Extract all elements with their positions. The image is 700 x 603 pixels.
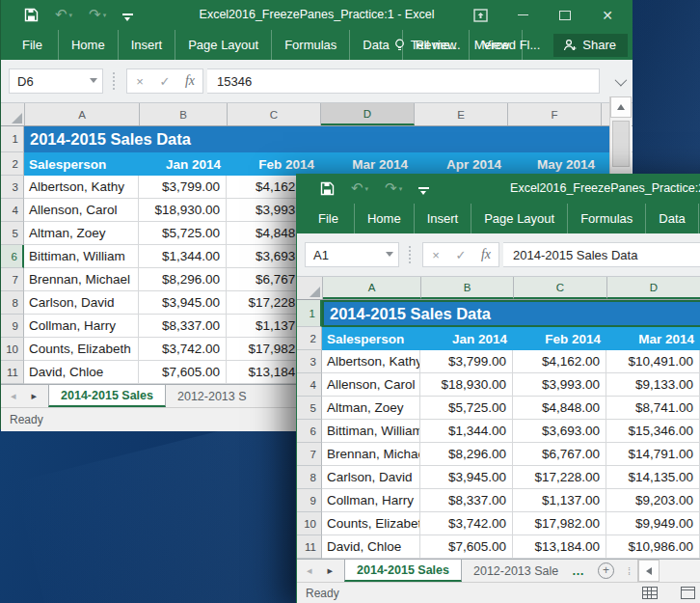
amount-cell[interactable]: $7,605.00 (139, 361, 227, 384)
ribbon-tab-formulas[interactable]: Formulas (568, 204, 646, 233)
amount-cell[interactable]: $4,162.00 (513, 350, 606, 373)
tab-scrollbar-splitter-icon[interactable]: ⁞ (622, 560, 637, 582)
ribbon-tab-insert[interactable]: Insert (119, 30, 176, 60)
amount-cell[interactable]: $3,945.00 (139, 291, 227, 315)
amount-cell[interactable]: $6,767.00 (513, 443, 606, 466)
row-header-10[interactable]: 10 (1, 338, 24, 361)
prev-sheet-icon[interactable]: ◂ (307, 564, 312, 577)
name-box[interactable]: A1 (305, 242, 399, 267)
cancel-icon[interactable]: × (127, 74, 152, 89)
row-header-3[interactable]: 3 (297, 350, 322, 373)
column-header-E[interactable]: E (415, 103, 508, 125)
row-header-7[interactable]: 7 (297, 443, 322, 466)
amount-cell[interactable]: $8,741.00 (606, 397, 700, 420)
month-header-cell[interactable]: Jan 2014 (139, 152, 227, 176)
amount-cell[interactable]: $1,344.00 (139, 245, 227, 268)
next-sheet-icon[interactable]: ▸ (328, 564, 334, 577)
column-header-B[interactable]: B (421, 277, 514, 299)
amount-cell[interactable]: $5,725.00 (420, 397, 513, 420)
amount-cell[interactable]: $8,296.00 (420, 443, 513, 466)
minimize-button[interactable] (501, 0, 544, 30)
row-header-6[interactable]: 6 (1, 245, 24, 268)
tell-me-box[interactable]: Tell me... (394, 38, 461, 52)
ribbon-tab-file[interactable]: File (7, 30, 59, 60)
month-header-cell[interactable]: Feb 2014 (513, 327, 606, 350)
amount-cell[interactable]: $1,137.00 (513, 489, 606, 512)
sheet-tab-2014-2015[interactable]: 2014-2015 Sales (48, 385, 166, 407)
amount-cell[interactable]: $5,725.00 (139, 222, 227, 245)
salesperson-cell[interactable]: Collman, Harry (24, 315, 139, 338)
row-header-10[interactable]: 10 (297, 512, 322, 535)
select-all-corner[interactable] (297, 277, 323, 299)
row-header-2[interactable]: 2 (1, 152, 24, 176)
prev-sheet-icon[interactable]: ◂ (11, 390, 16, 402)
amount-cell[interactable]: $14,135.00 (606, 466, 700, 489)
amount-cell[interactable]: $18,930.00 (139, 199, 227, 222)
salesperson-cell[interactable]: David, Chloe (322, 535, 420, 559)
enter-icon[interactable]: ✓ (448, 248, 473, 262)
month-header-cell[interactable]: Mar 2014 (320, 152, 414, 176)
sheet-title-cell[interactable]: 2014-2015 Sales Data (322, 300, 700, 327)
row-header-7[interactable]: 7 (1, 268, 24, 291)
ribbon-tab-page-layout[interactable]: Page Layout (175, 30, 272, 60)
column-header-A[interactable]: A (323, 277, 421, 299)
amount-cell[interactable]: $3,742.00 (139, 338, 227, 361)
row-header-4[interactable]: 4 (1, 199, 24, 222)
next-sheet-icon[interactable]: ▸ (32, 390, 38, 402)
insert-function-icon[interactable]: fx (473, 247, 498, 262)
salesperson-cell[interactable]: Albertson, Kathy (24, 176, 139, 199)
sheet-tab-2014-2015[interactable]: 2014-2015 Sales (344, 560, 462, 582)
amount-cell[interactable]: $3,799.00 (139, 176, 227, 199)
salesperson-cell[interactable]: Carlson, David (24, 291, 139, 315)
formula-input[interactable]: 15346 (207, 69, 600, 94)
amount-cell[interactable]: $8,337.00 (420, 489, 513, 512)
scroll-up-icon[interactable] (610, 96, 632, 118)
namebox-dropdown-icon[interactable] (90, 78, 97, 83)
namebox-dropdown-icon[interactable] (386, 252, 393, 257)
amount-cell[interactable]: $8,296.00 (139, 268, 227, 291)
name-box[interactable]: D6 (9, 69, 103, 94)
month-header-cell[interactable]: Apr 2014 (414, 152, 507, 176)
salesperson-cell[interactable]: David, Chloe (24, 361, 139, 384)
column-header-C[interactable]: C (514, 277, 607, 299)
row-header-8[interactable]: 8 (1, 291, 24, 315)
amount-cell[interactable]: $4,848.00 (513, 397, 606, 420)
amount-cell[interactable]: $3,693.00 (513, 420, 606, 443)
amount-cell[interactable]: $9,133.00 (606, 373, 700, 397)
month-header-cell[interactable]: Feb 2014 (227, 152, 320, 176)
row-header-8[interactable]: 8 (297, 466, 322, 489)
row-header-9[interactable]: 9 (1, 315, 24, 338)
month-header-cell[interactable]: Mar 2014 (606, 327, 700, 350)
salesperson-cell[interactable]: Bittiman, William (24, 245, 139, 268)
month-header-cell[interactable]: May 2014 (507, 152, 601, 176)
amount-cell[interactable]: $3,993.00 (513, 373, 606, 397)
row-header-4[interactable]: 4 (297, 373, 322, 397)
month-header-cell[interactable]: Jan 2014 (420, 327, 513, 350)
titlebar[interactable]: ↶▾ ↷▾ Excel2016_FreezePanes_Practice:2 -… (297, 174, 700, 204)
salesperson-cell[interactable]: Allenson, Carol (24, 199, 139, 222)
sheet-title-cell[interactable]: 2014-2015 Sales Data (24, 126, 610, 152)
row-header-5[interactable]: 5 (1, 222, 24, 245)
column-header-D[interactable]: D (607, 277, 700, 299)
scroll-left-icon[interactable] (638, 560, 660, 582)
amount-cell[interactable]: $3,945.00 (420, 466, 513, 489)
ribbon-tab-file[interactable]: File (303, 204, 355, 233)
column-header-D[interactable]: D (321, 103, 415, 125)
ribbon-display-options-icon[interactable] (459, 0, 501, 30)
row-header-2[interactable]: 2 (297, 327, 322, 350)
amount-cell[interactable]: $10,986.00 (606, 535, 700, 559)
salesperson-cell[interactable]: Allenson, Carol (322, 373, 420, 397)
amount-cell[interactable]: $17,982.00 (513, 512, 606, 535)
insert-function-icon[interactable]: fx (177, 73, 202, 89)
salesperson-cell[interactable]: Bittiman, William (322, 420, 420, 443)
new-sheet-button[interactable]: + (598, 560, 614, 582)
amount-cell[interactable]: $1,344.00 (420, 420, 513, 443)
formula-input[interactable]: 2014-2015 Sales Data (503, 242, 700, 267)
ribbon-tab-data[interactable]: Data (646, 204, 698, 233)
formula-bar-expand-icon[interactable] (615, 74, 628, 87)
normal-view-icon[interactable] (642, 587, 658, 599)
row-header-6[interactable]: 6 (297, 420, 322, 443)
salesperson-cell[interactable]: Carlson, David (322, 466, 420, 489)
horizontal-scrollbar[interactable] (637, 560, 700, 582)
salesperson-cell[interactable]: Counts, Elizabeth (24, 338, 139, 361)
